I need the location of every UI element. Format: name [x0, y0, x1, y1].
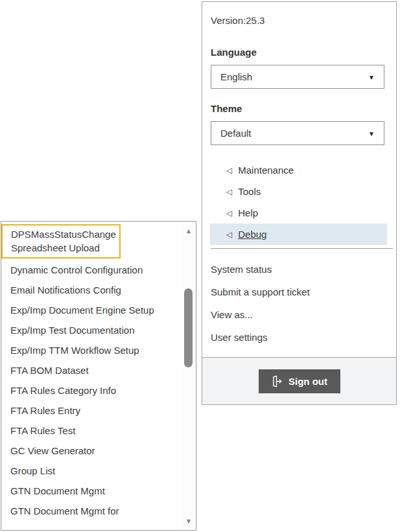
collapse-left-icon: ◁ — [226, 224, 232, 246]
link-system-status[interactable]: System status — [202, 258, 396, 281]
menu-item-label: Help — [238, 207, 258, 218]
list-item[interactable]: FTA BOM Dataset — [1, 360, 182, 380]
sign-out-label: Sign out — [288, 376, 327, 387]
settings-menu: ◁Maintenance ◁Tools ◁Help ◁Debug — [202, 159, 396, 245]
link-user-settings[interactable]: User settings — [202, 326, 396, 349]
scroll-down-icon[interactable]: ▼ — [182, 517, 196, 525]
list-item[interactable]: FTA Rules Test — [1, 421, 182, 441]
collapse-left-icon: ◁ — [226, 203, 232, 224]
collapse-left-icon: ◁ — [226, 181, 232, 203]
list-item[interactable]: FTA Rules Category Info — [1, 380, 182, 400]
settings-popover-content: Version:25.3 Language English ▼ Theme De… — [202, 2, 396, 358]
language-selected-value: English — [220, 71, 252, 82]
menu-item-help[interactable]: ◁Help — [210, 202, 387, 224]
list-item[interactable]: FTA Rules Entry — [1, 400, 182, 421]
list-item[interactable]: Exp/Imp Test Documentation — [1, 320, 182, 340]
list-item-highlighted[interactable]: DPSMassStatusChange Spreadsheet Upload — [1, 224, 121, 259]
list-item[interactable]: GTN Document Mgmt for — [1, 501, 182, 521]
menu-item-maintenance[interactable]: ◁Maintenance — [210, 159, 387, 181]
chevron-down-icon: ▼ — [368, 73, 375, 80]
version-text: Version:25.3 — [211, 15, 265, 26]
menu-item-label: Debug — [238, 229, 266, 240]
list-item[interactable]: Email Notifications Config — [1, 280, 182, 300]
list-item[interactable]: Group List — [1, 461, 182, 481]
menu-item-label: Maintenance — [238, 165, 294, 176]
link-view-as[interactable]: View as... — [202, 303, 396, 326]
menu-item-debug[interactable]: ◁Debug — [210, 224, 387, 245]
language-label: Language — [211, 47, 257, 58]
language-select[interactable]: English ▼ — [211, 65, 384, 89]
sign-out-icon — [271, 375, 283, 387]
list-item[interactable]: Dynamic Control Configuration — [1, 260, 182, 280]
theme-selected-value: Default — [220, 128, 252, 139]
theme-label: Theme — [211, 103, 242, 114]
collapse-left-icon: ◁ — [226, 160, 232, 181]
scrollbar-thumb[interactable] — [184, 288, 193, 367]
theme-select[interactable]: Default ▼ — [211, 121, 384, 145]
menu-divider — [211, 248, 393, 249]
list-item[interactable]: Exp/Imp Document Engine Setup — [1, 300, 182, 320]
list-item[interactable]: GTN Document Mgmt — [1, 481, 182, 501]
sign-out-button[interactable]: Sign out — [259, 369, 340, 393]
menu-item-label: Tools — [238, 186, 261, 197]
catalog-list-panel: DPSMassStatusChange Spreadsheet Upload D… — [1, 221, 196, 531]
list-item[interactable]: Exp/Imp TTM Workflow Setup — [1, 340, 182, 360]
scroll-up-icon[interactable]: ▲ — [182, 227, 196, 235]
catalog-items: DPSMassStatusChange Spreadsheet Upload D… — [1, 222, 182, 521]
menu-item-tools[interactable]: ◁Tools — [210, 181, 387, 202]
catalog-scrollbar[interactable]: ▲ ▼ — [182, 222, 196, 530]
settings-popover-footer: Sign out — [202, 358, 396, 404]
settings-links: System status Submit a support ticket Vi… — [202, 258, 396, 349]
settings-popover: Version:25.3 Language English ▼ Theme De… — [202, 1, 397, 405]
chevron-down-icon: ▼ — [368, 130, 375, 137]
list-item[interactable]: GC View Generator — [1, 441, 182, 461]
link-submit-support-ticket[interactable]: Submit a support ticket — [202, 281, 396, 303]
